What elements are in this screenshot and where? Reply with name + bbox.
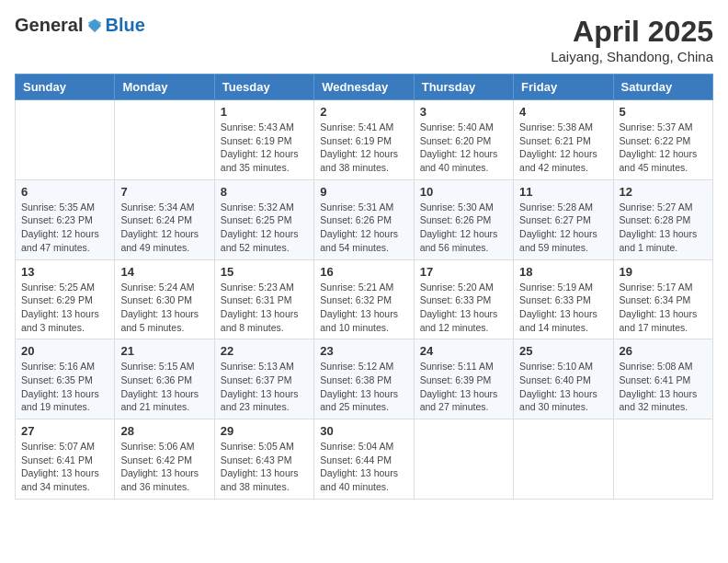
- day-number: 20: [21, 344, 108, 358]
- calendar-cell: 22Sunrise: 5:13 AM Sunset: 6:37 PM Dayli…: [214, 339, 313, 419]
- day-number: 8: [221, 185, 308, 199]
- day-number: 28: [120, 424, 208, 438]
- calendar-cell: [613, 419, 712, 500]
- calendar-cell: 21Sunrise: 5:15 AM Sunset: 6:36 PM Dayli…: [115, 339, 214, 419]
- col-header-saturday: Saturday: [613, 75, 712, 100]
- calendar-cell: 16Sunrise: 5:21 AM Sunset: 6:32 PM Dayli…: [314, 259, 414, 339]
- calendar-cell: 27Sunrise: 5:07 AM Sunset: 6:41 PM Dayli…: [16, 419, 115, 500]
- day-info: Sunrise: 5:20 AM Sunset: 6:33 PM Dayligh…: [420, 281, 507, 335]
- day-info: Sunrise: 5:34 AM Sunset: 6:24 PM Dayligh…: [120, 201, 208, 255]
- calendar-cell: 2Sunrise: 5:41 AM Sunset: 6:19 PM Daylig…: [314, 100, 414, 180]
- calendar-cell: [16, 100, 115, 180]
- calendar-cell: 13Sunrise: 5:25 AM Sunset: 6:29 PM Dayli…: [16, 259, 115, 339]
- day-info: Sunrise: 5:30 AM Sunset: 6:26 PM Dayligh…: [420, 201, 507, 255]
- calendar-cell: 29Sunrise: 5:05 AM Sunset: 6:43 PM Dayli…: [214, 419, 313, 500]
- logo-general: General: [15, 15, 83, 36]
- day-number: 4: [519, 105, 607, 119]
- day-info: Sunrise: 5:11 AM Sunset: 6:39 PM Dayligh…: [420, 360, 507, 414]
- day-info: Sunrise: 5:10 AM Sunset: 6:40 PM Dayligh…: [519, 360, 607, 414]
- calendar-cell: 4Sunrise: 5:38 AM Sunset: 6:21 PM Daylig…: [514, 100, 613, 180]
- day-info: Sunrise: 5:15 AM Sunset: 6:36 PM Dayligh…: [120, 360, 208, 414]
- day-info: Sunrise: 5:19 AM Sunset: 6:33 PM Dayligh…: [519, 281, 607, 335]
- day-info: Sunrise: 5:06 AM Sunset: 6:42 PM Dayligh…: [120, 440, 208, 494]
- day-number: 27: [21, 424, 108, 438]
- calendar-cell: [115, 100, 214, 180]
- day-number: 18: [519, 265, 607, 279]
- calendar-cell: 12Sunrise: 5:27 AM Sunset: 6:28 PM Dayli…: [613, 179, 712, 259]
- calendar-cell: 26Sunrise: 5:08 AM Sunset: 6:41 PM Dayli…: [613, 339, 712, 419]
- day-info: Sunrise: 5:40 AM Sunset: 6:20 PM Dayligh…: [420, 121, 507, 175]
- day-info: Sunrise: 5:13 AM Sunset: 6:37 PM Dayligh…: [221, 360, 308, 414]
- day-number: 29: [221, 424, 308, 438]
- col-header-monday: Monday: [115, 75, 214, 100]
- day-info: Sunrise: 5:24 AM Sunset: 6:30 PM Dayligh…: [120, 281, 208, 335]
- day-number: 24: [420, 344, 507, 358]
- calendar-cell: 7Sunrise: 5:34 AM Sunset: 6:24 PM Daylig…: [115, 179, 214, 259]
- calendar-cell: 3Sunrise: 5:40 AM Sunset: 6:20 PM Daylig…: [414, 100, 513, 180]
- day-info: Sunrise: 5:17 AM Sunset: 6:34 PM Dayligh…: [620, 281, 707, 335]
- logo-icon: [86, 17, 103, 34]
- day-info: Sunrise: 5:35 AM Sunset: 6:23 PM Dayligh…: [21, 201, 108, 255]
- day-number: 9: [320, 185, 407, 199]
- day-info: Sunrise: 5:21 AM Sunset: 6:32 PM Dayligh…: [320, 281, 407, 335]
- day-number: 7: [120, 185, 208, 199]
- calendar-week-row: 1Sunrise: 5:43 AM Sunset: 6:19 PM Daylig…: [16, 100, 713, 180]
- logo: General Blue: [15, 15, 145, 36]
- calendar-cell: 6Sunrise: 5:35 AM Sunset: 6:23 PM Daylig…: [16, 179, 115, 259]
- day-info: Sunrise: 5:23 AM Sunset: 6:31 PM Dayligh…: [221, 281, 308, 335]
- day-info: Sunrise: 5:25 AM Sunset: 6:29 PM Dayligh…: [21, 281, 108, 335]
- logo-blue: Blue: [105, 15, 144, 36]
- calendar-week-row: 20Sunrise: 5:16 AM Sunset: 6:35 PM Dayli…: [16, 339, 713, 419]
- calendar-cell: 1Sunrise: 5:43 AM Sunset: 6:19 PM Daylig…: [214, 100, 313, 180]
- day-info: Sunrise: 5:04 AM Sunset: 6:44 PM Dayligh…: [320, 440, 407, 494]
- day-info: Sunrise: 5:08 AM Sunset: 6:41 PM Dayligh…: [620, 360, 707, 414]
- calendar-cell: 15Sunrise: 5:23 AM Sunset: 6:31 PM Dayli…: [214, 259, 313, 339]
- day-number: 13: [21, 265, 108, 279]
- day-number: 1: [221, 105, 308, 119]
- calendar-cell: 30Sunrise: 5:04 AM Sunset: 6:44 PM Dayli…: [314, 419, 414, 500]
- calendar-cell: 9Sunrise: 5:31 AM Sunset: 6:26 PM Daylig…: [314, 179, 414, 259]
- calendar-cell: 19Sunrise: 5:17 AM Sunset: 6:34 PM Dayli…: [613, 259, 712, 339]
- calendar-header-row: SundayMondayTuesdayWednesdayThursdayFrid…: [16, 75, 713, 100]
- day-number: 3: [420, 105, 507, 119]
- day-info: Sunrise: 5:07 AM Sunset: 6:41 PM Dayligh…: [21, 440, 108, 494]
- day-info: Sunrise: 5:16 AM Sunset: 6:35 PM Dayligh…: [21, 360, 108, 414]
- day-number: 5: [620, 105, 707, 119]
- day-number: 23: [320, 344, 407, 358]
- day-number: 14: [120, 265, 208, 279]
- calendar-week-row: 13Sunrise: 5:25 AM Sunset: 6:29 PM Dayli…: [16, 259, 713, 339]
- col-header-thursday: Thursday: [414, 75, 513, 100]
- day-info: Sunrise: 5:05 AM Sunset: 6:43 PM Dayligh…: [221, 440, 308, 494]
- day-info: Sunrise: 5:12 AM Sunset: 6:38 PM Dayligh…: [320, 360, 407, 414]
- day-number: 11: [519, 185, 607, 199]
- day-number: 25: [519, 344, 607, 358]
- day-number: 26: [620, 344, 707, 358]
- day-number: 2: [320, 105, 407, 119]
- day-number: 30: [320, 424, 407, 438]
- calendar-cell: 17Sunrise: 5:20 AM Sunset: 6:33 PM Dayli…: [414, 259, 513, 339]
- day-info: Sunrise: 5:28 AM Sunset: 6:27 PM Dayligh…: [519, 201, 607, 255]
- calendar-cell: 14Sunrise: 5:24 AM Sunset: 6:30 PM Dayli…: [115, 259, 214, 339]
- calendar-cell: 8Sunrise: 5:32 AM Sunset: 6:25 PM Daylig…: [214, 179, 313, 259]
- calendar-cell: 23Sunrise: 5:12 AM Sunset: 6:38 PM Dayli…: [314, 339, 414, 419]
- calendar-cell: 20Sunrise: 5:16 AM Sunset: 6:35 PM Dayli…: [16, 339, 115, 419]
- day-info: Sunrise: 5:37 AM Sunset: 6:22 PM Dayligh…: [620, 121, 707, 175]
- calendar-cell: [514, 419, 613, 500]
- calendar-week-row: 6Sunrise: 5:35 AM Sunset: 6:23 PM Daylig…: [16, 179, 713, 259]
- day-number: 21: [120, 344, 208, 358]
- title-area: April 2025 Laiyang, Shandong, China: [551, 15, 713, 64]
- col-header-friday: Friday: [514, 75, 613, 100]
- day-info: Sunrise: 5:32 AM Sunset: 6:25 PM Dayligh…: [221, 201, 308, 255]
- calendar-cell: 5Sunrise: 5:37 AM Sunset: 6:22 PM Daylig…: [613, 100, 712, 180]
- col-header-wednesday: Wednesday: [314, 75, 414, 100]
- day-number: 10: [420, 185, 507, 199]
- day-info: Sunrise: 5:38 AM Sunset: 6:21 PM Dayligh…: [519, 121, 607, 175]
- day-number: 12: [620, 185, 707, 199]
- col-header-sunday: Sunday: [16, 75, 115, 100]
- calendar-cell: 10Sunrise: 5:30 AM Sunset: 6:26 PM Dayli…: [414, 179, 513, 259]
- calendar-week-row: 27Sunrise: 5:07 AM Sunset: 6:41 PM Dayli…: [16, 419, 713, 500]
- day-number: 17: [420, 265, 507, 279]
- day-info: Sunrise: 5:43 AM Sunset: 6:19 PM Dayligh…: [221, 121, 308, 175]
- location: Laiyang, Shandong, China: [551, 49, 713, 64]
- day-number: 15: [221, 265, 308, 279]
